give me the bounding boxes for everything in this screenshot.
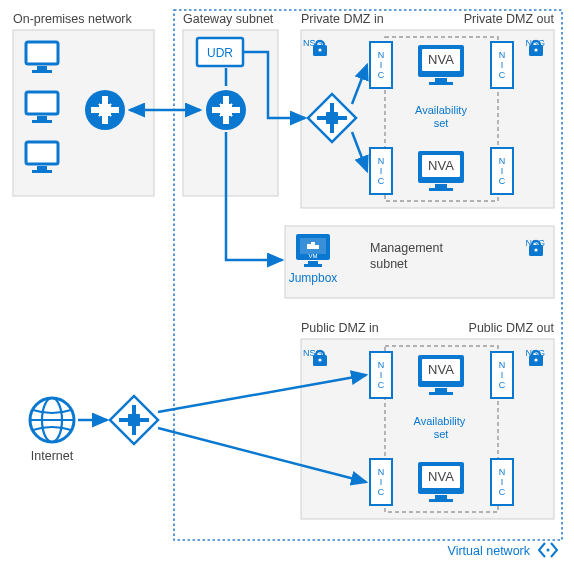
architecture-diagram: VM On-premises network xyxy=(0,0,574,566)
load-balancer-icon xyxy=(110,396,158,444)
jumpbox-label: Jumpbox xyxy=(289,271,338,285)
udr-label: UDR xyxy=(207,46,233,60)
onprem-label: On-premises network xyxy=(13,12,133,26)
onprem-zone: On-premises network xyxy=(13,12,154,196)
private-dmz-out-label: Private DMZ out xyxy=(464,12,555,26)
public-dmz-in-label: Public DMZ in xyxy=(301,321,379,335)
svg-text:NVA: NVA xyxy=(428,362,454,377)
gateway-subnet-label: Gateway subnet xyxy=(183,12,274,26)
public-nva-1: NIC NVA NIC xyxy=(370,352,513,398)
svg-text:NVA: NVA xyxy=(428,469,454,484)
svg-text:NSG: NSG xyxy=(303,348,323,358)
nsg-label: NSG xyxy=(525,38,545,48)
router-icon xyxy=(85,90,125,130)
gateway-router-icon xyxy=(206,90,246,130)
svg-text:NSG: NSG xyxy=(525,348,545,358)
internet-label: Internet xyxy=(31,449,74,463)
nsg-label: NSG xyxy=(303,38,323,48)
management-subnet-zone: Jumpbox Management subnet NSG xyxy=(285,226,554,298)
private-nva-1: NIC NVA NIC xyxy=(370,42,513,88)
private-nva-2: NIC NVA NIC xyxy=(370,148,513,194)
gateway-subnet-zone: Gateway subnet UDR xyxy=(183,12,278,196)
nva-label: NVA xyxy=(428,52,454,67)
svg-text:NSG: NSG xyxy=(525,238,545,248)
public-nva-2: NIC NVA NIC xyxy=(370,459,513,505)
svg-text:NVA: NVA xyxy=(428,158,454,173)
internet-zone: Internet xyxy=(30,396,158,463)
private-dmz-zone: Private DMZ in Private DMZ out NSG NSG A… xyxy=(301,12,555,208)
vnet-icon xyxy=(539,543,557,557)
private-dmz-in-label: Private DMZ in xyxy=(301,12,384,26)
public-dmz-zone: Public DMZ in Public DMZ out NSG NSG Ava… xyxy=(301,321,555,519)
globe-icon xyxy=(30,398,74,442)
virtual-network-label: Virtual network xyxy=(448,544,531,558)
public-dmz-out-label: Public DMZ out xyxy=(469,321,555,335)
